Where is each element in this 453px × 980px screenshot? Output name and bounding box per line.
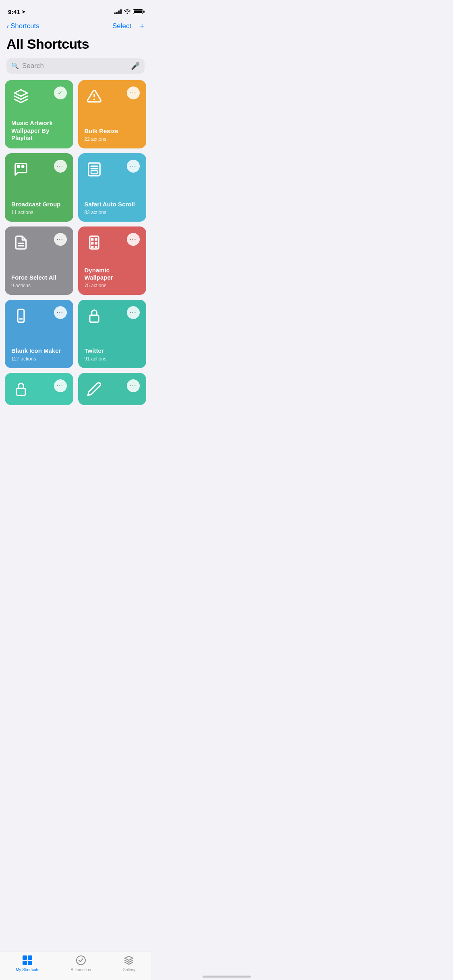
shortcut-card-blank-icon-maker[interactable]: ··· Blank Icon Maker 127 actions	[5, 300, 73, 368]
search-bar[interactable]: 🔍 Search 🎤	[6, 58, 145, 74]
lock-icon	[85, 306, 104, 325]
more-options-icon[interactable]: ···	[54, 379, 67, 392]
card-subtitle: 9 actions	[11, 283, 67, 288]
more-options-icon[interactable]: ···	[127, 379, 140, 392]
more-options-icon[interactable]: ···	[127, 233, 140, 246]
card-top: ···	[85, 379, 140, 399]
svg-rect-5	[91, 171, 97, 174]
search-container: 🔍 Search 🎤	[0, 58, 151, 80]
nav-actions: Select +	[112, 21, 145, 31]
card-title: Broadcast Group	[11, 201, 67, 208]
signal-icon	[114, 9, 122, 14]
time-display: 9:41	[8, 8, 20, 15]
svg-rect-17	[89, 315, 98, 322]
more-options-icon[interactable]: ···	[54, 306, 67, 319]
pencil-icon	[85, 379, 104, 399]
more-options-icon[interactable]: ···	[127, 160, 140, 173]
more-options-icon[interactable]: ···	[127, 306, 140, 319]
shortcut-card-broadcast-group[interactable]: ··· Broadcast Group 11 actions	[5, 153, 73, 222]
card-bottom: Dynamic Wallpaper 75 actions	[85, 264, 140, 289]
card-top: ···	[85, 233, 140, 252]
card-subtitle: 91 actions	[85, 356, 140, 362]
shortcut-card-music-artwork[interactable]: ✓ Music Artwork Wallpaper By Playlist	[5, 80, 73, 148]
lock-icon	[11, 379, 31, 399]
battery-icon	[133, 9, 143, 14]
card-title: Dynamic Wallpaper	[85, 267, 140, 282]
card-top: ···	[85, 86, 140, 106]
shortcuts-grid: ✓ Music Artwork Wallpaper By Playlist ··…	[0, 80, 151, 368]
card-title: Twitter	[85, 347, 140, 355]
shortcut-card-partial-1[interactable]: ···	[5, 373, 73, 405]
warning-icon	[85, 86, 104, 106]
document-image-icon	[85, 160, 104, 179]
svg-rect-9	[91, 238, 93, 241]
card-subtitle: 11 actions	[11, 210, 67, 215]
status-icons	[114, 8, 143, 15]
card-title: Force Select All	[11, 274, 67, 282]
phone-grid-icon	[85, 233, 104, 252]
search-input[interactable]: Search	[22, 62, 128, 70]
card-title: Blank Icon Maker	[11, 347, 67, 355]
svg-rect-15	[18, 309, 24, 322]
svg-rect-14	[95, 246, 97, 248]
card-subtitle: 127 actions	[11, 356, 67, 362]
shortcut-card-twitter[interactable]: ··· Twitter 91 actions	[78, 300, 147, 368]
document-text-icon	[11, 233, 31, 252]
add-button[interactable]: +	[139, 21, 145, 31]
card-top: ···	[11, 379, 67, 399]
shortcut-card-partial-2[interactable]: ···	[78, 373, 147, 405]
card-top: ···	[11, 233, 67, 252]
layers-icon	[11, 86, 31, 106]
more-options-icon[interactable]: ···	[127, 86, 140, 99]
status-time: 9:41 ➤	[8, 8, 25, 15]
location-icon: ➤	[22, 9, 25, 14]
more-options-icon[interactable]: ···	[54, 233, 67, 246]
card-title: Safari Auto Scroll	[85, 201, 140, 208]
nav-bar: ‹ Shortcuts Select +	[0, 18, 151, 35]
card-top: ···	[11, 306, 67, 325]
shortcut-card-force-select-all[interactable]: ··· Force Select All 9 actions	[5, 226, 73, 295]
card-bottom: Force Select All 9 actions	[11, 271, 67, 288]
chat-icon	[11, 160, 31, 179]
card-bottom: Bulk Resize 22 actions	[85, 124, 140, 142]
wifi-icon	[124, 8, 130, 15]
search-icon: 🔍	[11, 62, 19, 70]
card-bottom: Twitter 91 actions	[85, 344, 140, 362]
back-button[interactable]: ‹ Shortcuts	[6, 22, 39, 30]
phone-icon	[11, 306, 31, 325]
status-bar: 9:41 ➤	[0, 0, 151, 18]
shortcut-card-dynamic-wallpaper[interactable]: ··· Dynamic Wallpaper 75 actions	[78, 226, 147, 295]
card-bottom: Safari Auto Scroll 83 actions	[85, 198, 140, 215]
more-options-icon[interactable]: ···	[54, 160, 67, 173]
svg-rect-13	[91, 246, 93, 248]
card-bottom: Music Artwork Wallpaper By Playlist	[11, 116, 67, 142]
card-title: Music Artwork Wallpaper By Playlist	[11, 119, 67, 142]
microphone-icon[interactable]: 🎤	[131, 62, 140, 70]
shortcut-card-safari-auto-scroll[interactable]: ··· Safari Auto Scroll 83 actions	[78, 153, 147, 222]
card-top: ···	[85, 306, 140, 325]
svg-rect-10	[95, 238, 97, 241]
card-subtitle: 75 actions	[85, 283, 140, 288]
back-chevron-icon: ‹	[6, 23, 9, 30]
card-top: ···	[85, 160, 140, 179]
svg-rect-12	[95, 242, 97, 244]
card-subtitle: 22 actions	[85, 136, 140, 142]
card-top: ···	[11, 160, 67, 179]
select-button[interactable]: Select	[112, 22, 131, 30]
partial-cards-row: ··· ···	[0, 373, 151, 405]
card-bottom: Broadcast Group 11 actions	[11, 198, 67, 215]
card-subtitle: 83 actions	[85, 210, 140, 215]
page-title: All Shortcuts	[0, 35, 151, 58]
svg-rect-11	[91, 242, 93, 244]
card-bottom: Blank Icon Maker 127 actions	[11, 344, 67, 362]
back-label: Shortcuts	[10, 22, 39, 30]
check-icon[interactable]: ✓	[54, 86, 67, 99]
card-title: Bulk Resize	[85, 128, 140, 135]
svg-rect-18	[17, 388, 25, 395]
shortcut-card-bulk-resize[interactable]: ··· Bulk Resize 22 actions	[78, 80, 147, 148]
card-top: ✓	[11, 86, 67, 106]
